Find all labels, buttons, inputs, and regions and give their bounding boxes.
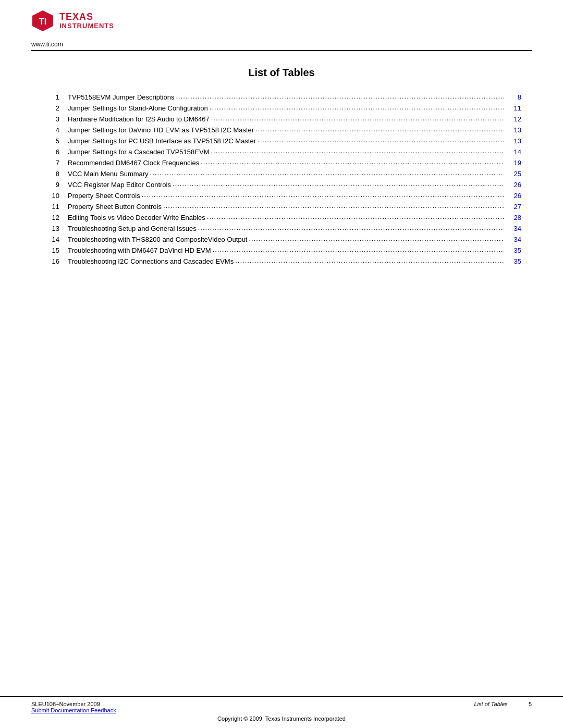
toc-dots (213, 245, 504, 254)
toc-dots (150, 169, 504, 177)
toc-entry-title: TVP5158EVM Jumper Descriptions (68, 93, 174, 101)
toc-entry-num: 2 (42, 104, 68, 112)
toc-entry-page: 26 (506, 181, 521, 189)
header: TI TEXAS INSTRUMENTS (0, 0, 563, 38)
toc-row: 4 Jumper Settings for DaVinci HD EVM as … (42, 126, 521, 134)
toc-row: 13 Troubleshooting Setup and General Iss… (42, 225, 521, 233)
url-bar: www.ti.com (0, 38, 563, 50)
toc-entry-num: 3 (42, 115, 68, 123)
toc-dots (142, 191, 504, 199)
toc-entry-page: 35 (506, 257, 521, 265)
toc-entry-title: Troubleshooting with DM6467 DaVinci HD E… (68, 246, 211, 254)
toc-row: 9 VCC Register Map Editor Controls 26 (42, 181, 521, 189)
footer-inner: SLEU108−November 2009 Submit Documentati… (31, 701, 532, 713)
toc-dots (249, 235, 504, 243)
toc-entry-num: 8 (42, 170, 68, 178)
toc-row: 3 Hardware Modifcation for I2S Audio to … (42, 115, 521, 124)
toc-entry-num: 10 (42, 192, 68, 200)
toc-entry-title: Troubleshooting I2C Connections and Casc… (68, 257, 234, 265)
toc-entry-page: 28 (506, 214, 521, 221)
toc-entry-title: Property Sheet Controls (68, 192, 140, 200)
toc-dots (235, 256, 504, 265)
logo-text: TEXAS INSTRUMENTS (59, 12, 114, 30)
toc-dots (176, 92, 504, 101)
toc-dots (173, 180, 504, 188)
toc-entry-num: 13 (42, 225, 68, 232)
toc-entry-num: 11 (42, 203, 68, 211)
toc-dots (211, 147, 504, 155)
toc-row: 14 Troubleshooting with THS8200 and Comp… (42, 236, 521, 244)
toc-row: 1 TVP5158EVM Jumper Descriptions 8 (42, 93, 521, 102)
toc-entry-page: 12 (506, 115, 521, 123)
toc-row: 7 Recommended DM6467 Clock Frequencies 1… (42, 159, 521, 167)
toc-entry-num: 4 (42, 126, 68, 134)
page: TI TEXAS INSTRUMENTS www.ti.com List of … (0, 0, 563, 728)
toc-dots (211, 114, 504, 122)
toc-entry-title: Troubleshooting Setup and General Issues (68, 225, 197, 232)
toc-entry-title: Jumper Settings for PC USB Interface as … (68, 137, 256, 145)
toc-row: 10 Property Sheet Controls 26 (42, 192, 521, 200)
page-title: List of Tables (42, 67, 521, 79)
footer-left: SLEU108−November 2009 Submit Documentati… (31, 701, 116, 713)
toc-entry-num: 12 (42, 214, 68, 221)
toc-entry-page: 35 (506, 246, 521, 254)
toc-entry-num: 5 (42, 137, 68, 145)
toc-entry-title: Jumper Settings for Stand-Alone Configur… (68, 104, 208, 112)
toc-entry-num: 15 (42, 246, 68, 254)
toc-entry-page: 27 (506, 203, 521, 211)
toc-entry-num: 16 (42, 257, 68, 265)
ti-logo-icon: TI (31, 9, 54, 32)
toc-entry-num: 1 (42, 93, 68, 101)
toc-dots (198, 224, 504, 232)
footer-right: List of Tables 5 (474, 701, 532, 707)
toc-entry-title: Editing Tools vs Video Decoder Write Ena… (68, 214, 205, 221)
toc-entry-page: 8 (506, 93, 521, 101)
toc-dots (255, 125, 504, 133)
toc-entry-title: Property Sheet Button Controls (68, 203, 162, 211)
logo-texas: TEXAS (59, 12, 114, 22)
toc-row: 2 Jumper Settings for Stand-Alone Config… (42, 104, 521, 113)
main-content: List of Tables 1 TVP5158EVM Jumper Descr… (0, 51, 563, 279)
svg-text:TI: TI (39, 17, 46, 26)
toc-entry-page: 11 (506, 104, 521, 112)
logo-container: TI TEXAS INSTRUMENTS (31, 9, 114, 32)
toc-row: 8 VCC Main Menu Summary 25 (42, 170, 521, 178)
toc-dots (210, 103, 504, 112)
toc-entry-page: 34 (506, 236, 521, 243)
toc-entry-title: Jumper Settings for DaVinci HD EVM as TV… (68, 126, 254, 134)
toc-row: 15 Troubleshooting with DM6467 DaVinci H… (42, 246, 521, 255)
toc-dots (258, 136, 504, 144)
toc-row: 16 Troubleshooting I2C Connections and C… (42, 257, 521, 266)
toc-entry-title: Recommended DM6467 Clock Frequencies (68, 159, 199, 167)
toc-entry-num: 14 (42, 236, 68, 243)
toc-entry-num: 7 (42, 159, 68, 167)
toc-entry-page: 13 (506, 126, 521, 134)
toc-row: 6 Jumper Settings for a Cascaded TVP5158… (42, 148, 521, 156)
footer-page-number: 5 (529, 701, 532, 707)
toc-entry-num: 6 (42, 148, 68, 156)
toc-entry-page: 13 (506, 137, 521, 145)
toc-dots (207, 213, 504, 221)
toc-row: 12 Editing Tools vs Video Decoder Write … (42, 214, 521, 222)
toc-entry-title: VCC Register Map Editor Controls (68, 181, 171, 189)
footer: SLEU108−November 2009 Submit Documentati… (0, 696, 563, 728)
toc-entry-num: 9 (42, 181, 68, 189)
footer-section-title: List of Tables (474, 701, 507, 707)
toc-entry-page: 19 (506, 159, 521, 167)
toc-entry-page: 14 (506, 148, 521, 156)
toc-list: 1 TVP5158EVM Jumper Descriptions 8 2 Jum… (42, 93, 521, 266)
toc-entry-title: Hardware Modifcation for I2S Audio to DM… (68, 115, 210, 123)
toc-entry-page: 26 (506, 192, 521, 200)
toc-entry-page: 34 (506, 225, 521, 232)
footer-doc-number: SLEU108−November 2009 (31, 701, 116, 707)
footer-feedback-link[interactable]: Submit Documentation Feedback (31, 707, 116, 713)
toc-entry-title: Troubleshooting with THS8200 and Composi… (68, 236, 247, 243)
toc-entry-page: 25 (506, 170, 521, 178)
toc-entry-title: Jumper Settings for a Cascaded TVP5158EV… (68, 148, 209, 156)
logo-instruments: INSTRUMENTS (59, 22, 114, 30)
toc-row: 5 Jumper Settings for PC USB Interface a… (42, 137, 521, 145)
toc-dots (163, 202, 504, 210)
footer-copyright: Copyright © 2009, Texas Instruments Inco… (31, 715, 532, 722)
toc-entry-title: VCC Main Menu Summary (68, 170, 149, 178)
toc-dots (201, 158, 504, 166)
